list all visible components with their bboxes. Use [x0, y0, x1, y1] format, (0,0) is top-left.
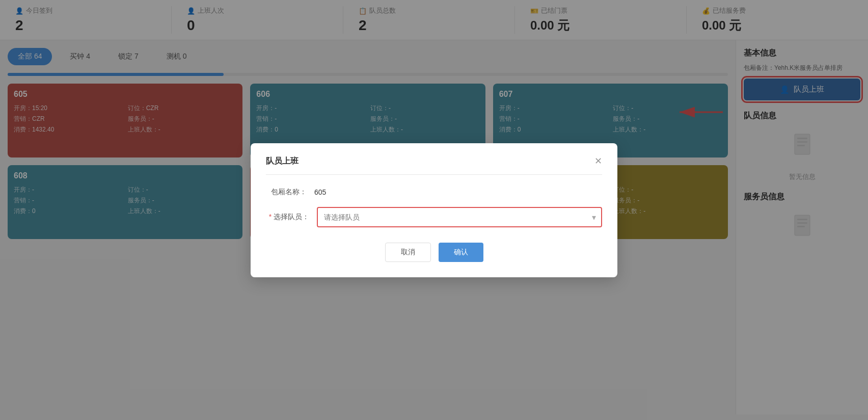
member-label: 选择队员： — [266, 213, 309, 222]
room-value: 605 — [314, 188, 326, 196]
form-room-row: 包厢名称： 605 — [266, 188, 602, 197]
modal-overlay[interactable]: 队员上班 ✕ 包厢名称： 605 选择队员： ▾ 取消 确认 — [0, 0, 868, 420]
member-select-input[interactable] — [318, 208, 601, 226]
modal-header: 队员上班 ✕ — [266, 156, 602, 175]
member-select-wrapper: ▾ — [317, 207, 602, 227]
modal-footer: 取消 确认 — [266, 243, 602, 262]
modal-close-button[interactable]: ✕ — [594, 156, 602, 166]
room-label: 包厢名称： — [266, 188, 307, 197]
modal-team-checkin: 队员上班 ✕ 包厢名称： 605 选择队员： ▾ 取消 确认 — [251, 143, 617, 277]
confirm-button[interactable]: 确认 — [439, 243, 483, 262]
cancel-button[interactable]: 取消 — [385, 243, 431, 262]
modal-title: 队员上班 — [266, 156, 299, 167]
form-member-row: 选择队员： ▾ — [266, 207, 602, 227]
